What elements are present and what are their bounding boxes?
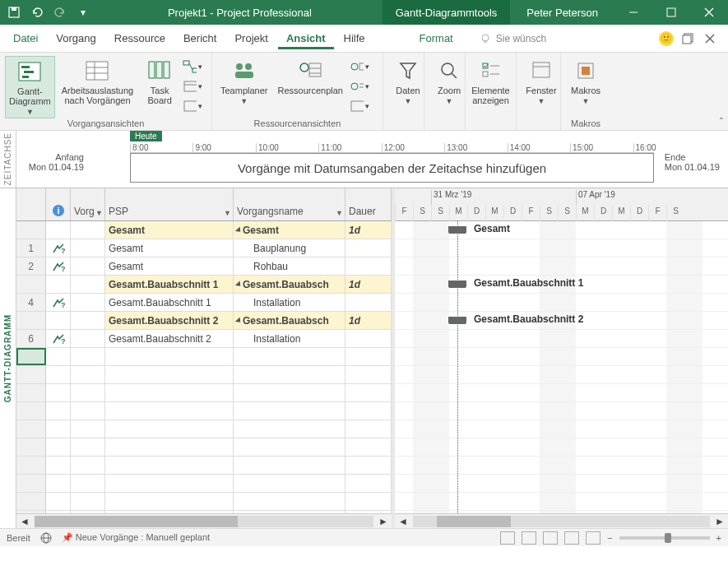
resource-usage-button[interactable]: ▾ [350,58,369,76]
table-row-selected[interactable] [16,348,392,366]
teamplaner-button[interactable]: Teamplaner ▼ [217,56,271,107]
table-row[interactable]: Gesamt.Bauabschnitt 2 Gesamt.Bauabsch1d [16,312,392,330]
arbeitsauslastung-button[interactable]: Arbeitsauslastung nach Vorgängen [58,56,137,107]
gantt-tab[interactable]: GANTT-DIAGRAMM [0,188,16,528]
tab-bericht[interactable]: Bericht [175,27,225,49]
other-views-button[interactable]: ▾ [183,97,202,115]
svg-point-38 [351,83,358,90]
table-row[interactable]: 2?GesamtRohbau [16,257,392,276]
tell-me-search[interactable]: Sie wünsch [480,33,651,44]
team-icon [231,58,257,84]
manual-task-icon: ? [52,297,65,308]
view-board-icon[interactable] [543,531,558,545]
svg-rect-31 [235,72,253,78]
tab-format[interactable]: Format [411,27,461,49]
status-bar: Bereit 📌 Neue Vorgänge : Manuell geplant… [0,528,728,546]
tab-datei[interactable]: Datei [5,27,46,49]
resource-sheet-button[interactable]: ▾ [350,77,369,95]
close-doc-icon[interactable] [705,34,715,44]
timeline-tab[interactable]: ZEITACHSE [0,131,16,188]
svg-rect-15 [22,76,29,78]
table-row[interactable]: 4?Gesamt.Bauabschnitt 1Installation [16,294,392,312]
grid-body[interactable]: Gesamt Gesamt1d1?GesamtBauplanung2?Gesam… [16,221,392,513]
table-row-empty[interactable] [16,457,392,475]
other-resource-views-button[interactable]: ▾ [350,97,369,115]
svg-rect-16 [86,62,108,80]
zoom-in-button[interactable]: + [716,533,721,543]
table-row-empty[interactable] [16,493,392,511]
summary-bar[interactable] [449,226,466,234]
grid-scrollbar[interactable]: ◄► [16,513,392,528]
elemente-button[interactable]: Elemente anzeigen [471,56,511,107]
chart-body[interactable]: GesamtGesamt.Bauabschnitt 1Gesamt.Bauabs… [395,221,728,513]
status-newtasks[interactable]: 📌 Neue Vorgänge : Manuell geplant [62,532,210,543]
restore-window-icon[interactable] [682,33,693,44]
table-row-empty[interactable] [16,366,392,384]
network-diagram-button[interactable]: ▾ [183,58,202,76]
gantt-diagram-button[interactable]: Gantt- Diagramm ▼ [5,56,55,118]
chart-scrollbar[interactable]: ◄► [395,513,728,528]
globe-icon[interactable] [40,532,52,544]
chart-row: Gesamt.Bauabschnitt 1 [395,276,728,294]
fenster-button[interactable]: Fenster▼ [522,56,561,107]
info-icon: i [52,204,65,217]
save-button[interactable] [3,1,25,24]
svg-point-36 [351,63,358,70]
tab-hilfe[interactable]: Hilfe [336,27,373,49]
makros-button[interactable]: Makros▼ [566,56,605,107]
view-calendar-icon[interactable] [564,531,579,545]
timeline-prompt[interactable]: Vorgänge mit Datumsangaben der Zeitachse… [130,153,654,183]
window-title: Projekt1 - Project Professional [97,7,383,19]
calendar-button[interactable]: ▾ [183,77,202,95]
chart-row [395,257,728,276]
qat-customize[interactable]: ▾ [72,1,94,24]
gantt-chart[interactable]: 31 Mrz '19 07 Apr '19 FSSMDMDFSSMDMDFS G… [395,188,728,528]
table-row[interactable]: 6?Gesamt.Bauabschnitt 2Installation [16,330,392,348]
table-row-empty[interactable] [16,384,392,402]
close-button[interactable] [690,0,728,25]
summary-bar[interactable] [449,280,466,288]
tab-vorgang[interactable]: Vorgang [48,27,104,49]
tab-projekt[interactable]: Projekt [226,27,276,49]
maximize-button[interactable] [652,0,690,25]
table-row-empty[interactable] [16,475,392,493]
col-name[interactable]: Vorgangsname▼ [234,188,345,220]
checklist-icon [478,58,504,84]
table-row[interactable]: 1?GesamtBauplanung [16,239,392,257]
svg-line-25 [189,63,192,70]
table-row-empty[interactable] [16,438,392,457]
bar-label: Gesamt.Bauabschnitt 2 [474,313,583,325]
summary-bar[interactable] [449,317,466,324]
view-gantt-icon[interactable] [500,531,515,545]
task-board-button[interactable]: Task Board [140,56,179,107]
undo-button[interactable] [26,1,48,24]
col-vorgang[interactable]: Vorg▼ [71,188,105,220]
group-label-vorgangsansichten: Vorgangsansichten [5,118,206,130]
resource-plan-icon [297,58,323,84]
col-dauer[interactable]: Dauer [345,188,392,220]
svg-point-32 [300,63,308,72]
col-rownum[interactable] [16,188,46,220]
daten-button[interactable]: Daten▼ [388,56,428,107]
task-grid[interactable]: i Vorg▼ PSP▼ Vorgangsname▼ Dauer Gesamt … [16,188,395,528]
zoom-button[interactable]: Zoom▼ [429,56,469,107]
view-network-icon[interactable] [586,531,600,545]
col-psp[interactable]: PSP▼ [105,188,234,220]
collapse-ribbon-button[interactable]: ˆ [720,117,723,128]
minimize-button[interactable] [614,0,652,25]
table-row-empty[interactable] [16,420,392,438]
tab-ressource[interactable]: Ressource [106,27,174,49]
col-info[interactable]: i [46,188,71,220]
table-row[interactable]: Gesamt Gesamt1d [16,221,392,239]
table-row-empty[interactable] [16,402,392,420]
ressourcenplan-button[interactable]: Ressourcenplan [274,56,346,97]
zoom-slider[interactable] [619,536,710,540]
view-grid-icon[interactable] [522,531,536,545]
svg-point-29 [236,63,243,70]
tab-ansicht[interactable]: Ansicht [278,27,334,49]
zoom-out-button[interactable]: − [607,533,612,543]
table-row[interactable]: Gesamt.Bauabschnitt 1 Gesamt.Bauabsch1d [16,276,392,294]
redo-button[interactable] [49,1,71,24]
feedback-smiley-icon[interactable]: 🙂 [659,31,674,46]
manual-task-icon: ? [52,333,65,345]
